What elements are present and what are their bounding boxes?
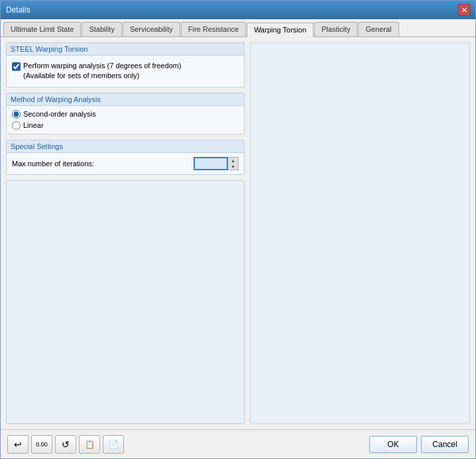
clipboard-icon: 📋 [85, 440, 95, 449]
content-area: STEEL Warping Torsion Perform warping an… [1, 37, 475, 429]
tab-plasticity[interactable]: Plasticity [314, 22, 357, 36]
undo-icon: ↺ [62, 439, 70, 450]
second-order-label: Second-order analysis [23, 110, 95, 118]
title-bar: Details ✕ [1, 1, 475, 19]
footer-left: ↩ 0.00 ↺ 📋 📄 [7, 435, 124, 454]
max-iterations-label: Max number of iterations: [12, 160, 188, 168]
decimal-button[interactable]: 0.00 [31, 435, 52, 454]
left-panel: STEEL Warping Torsion Perform warping an… [6, 42, 245, 424]
linear-radio[interactable] [12, 121, 21, 130]
method-section: Method of Warping Analysis Second-order … [6, 93, 245, 134]
close-button[interactable]: ✕ [458, 4, 470, 16]
tab-general[interactable]: General [358, 22, 398, 36]
footer-right: OK Cancel [369, 436, 469, 453]
perform-warping-checkbox[interactable] [12, 62, 21, 71]
decimal-icon: 0.00 [36, 441, 48, 448]
footer: ↩ 0.00 ↺ 📋 📄 OK Cancel [1, 429, 475, 458]
max-iterations-spinner: 100 ▲ ▼ [194, 157, 239, 170]
tab-stability[interactable]: Stability [82, 22, 122, 36]
undo-button[interactable]: ↺ [55, 435, 76, 454]
steel-warping-header: STEEL Warping Torsion [7, 43, 244, 56]
tab-ultimate-limit-state[interactable]: Ultimate Limit State [3, 22, 81, 36]
max-iterations-input[interactable]: 100 [194, 157, 228, 170]
second-order-radio[interactable] [12, 110, 21, 119]
tab-serviceability[interactable]: Serviceability [123, 22, 180, 36]
special-settings-section: Special Settings Max number of iteration… [6, 140, 245, 175]
dialog-title: Details [6, 5, 30, 15]
right-panel [250, 42, 470, 424]
spinner-down-button[interactable]: ▼ [228, 164, 238, 170]
document-button[interactable]: 📄 [103, 435, 124, 454]
reset-icon: ↩ [14, 439, 22, 450]
clipboard-button[interactable]: 📋 [79, 435, 100, 454]
spinner-buttons: ▲ ▼ [228, 157, 239, 170]
tab-warping-torsion[interactable]: Warping Torsion [247, 23, 314, 37]
steel-warping-content: Perform warping analysis (7 degrees of f… [7, 56, 244, 87]
tab-bar: Ultimate Limit State Stability Serviceab… [1, 19, 475, 37]
perform-warping-row: Perform warping analysis (7 degrees of f… [12, 61, 239, 81]
ok-button[interactable]: OK [369, 436, 417, 453]
spinner-up-button[interactable]: ▲ [228, 158, 238, 164]
perform-warping-label: Perform warping analysis (7 degrees of f… [23, 61, 181, 81]
document-icon: 📄 [109, 440, 119, 449]
max-iterations-row: Max number of iterations: 100 ▲ ▼ [7, 153, 244, 174]
cancel-button[interactable]: Cancel [421, 436, 469, 453]
tab-fire-resistance[interactable]: Fire Resistance [181, 22, 246, 36]
method-header: Method of Warping Analysis [7, 93, 244, 106]
method-radio-group: Second-order analysis Linear [7, 106, 244, 134]
linear-label: Linear [23, 121, 44, 129]
empty-section [6, 180, 245, 424]
second-order-row: Second-order analysis [12, 110, 239, 119]
steel-warping-section: STEEL Warping Torsion Perform warping an… [6, 42, 245, 87]
details-dialog: Details ✕ Ultimate Limit State Stability… [0, 0, 476, 459]
special-settings-header: Special Settings [7, 140, 244, 153]
linear-row: Linear [12, 121, 239, 130]
reset-button[interactable]: ↩ [7, 435, 29, 454]
